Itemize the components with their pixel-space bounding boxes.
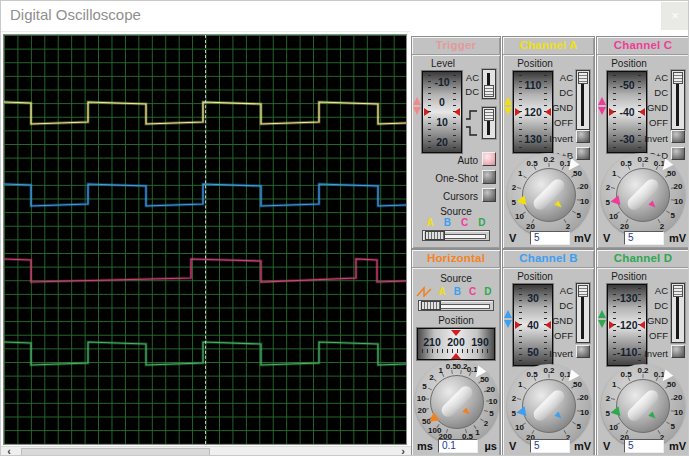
scrollbar-left-arrow-icon[interactable]: ‹ (1, 447, 17, 456)
up-arrow-icon[interactable] (598, 97, 606, 105)
horizontal-source-slider[interactable] (418, 300, 494, 311)
channel-a-scale-value[interactable]: 5 (530, 231, 570, 245)
switch-thumb[interactable] (484, 85, 494, 97)
channel-a-position-slider[interactable]: 110120130 (513, 71, 553, 153)
source-channel-letter: C (467, 286, 479, 297)
up-arrow-icon[interactable] (413, 97, 421, 105)
switch-thumb[interactable] (673, 285, 683, 297)
channel-b-scale-knob[interactable]: 20105210.50.20.150201052 (505, 366, 593, 446)
knob-scale-label: 2 (512, 182, 516, 191)
horizontal-scrollbar[interactable]: ‹ › (1, 446, 411, 456)
channel-a-coupling-switch[interactable] (576, 70, 590, 130)
coupling-option-label: OFF (554, 330, 573, 341)
knob-scale-label: 20 (417, 406, 426, 415)
trigger-level-slider[interactable]: -1001020 (422, 71, 462, 153)
knob-scale-label: 0.5 (527, 370, 538, 379)
trigger-coupling-switch[interactable] (482, 69, 496, 99)
cursor-line[interactable] (205, 35, 206, 444)
channel-d-title: Channel D (597, 250, 689, 268)
window-title: Digital Oscilloscope (10, 6, 141, 23)
knob-tick (549, 163, 550, 167)
cursors-label: Cursors (418, 191, 478, 202)
channel-b-panel: Channel B Position 304050 AC DC GND OFF … (502, 249, 595, 456)
trigger-source-slider[interactable] (422, 230, 490, 241)
trigger-source-label: Source (412, 206, 500, 217)
coupling-option-label: GND (647, 315, 668, 326)
down-arrow-icon[interactable] (504, 107, 512, 115)
knob-scale-label: 10 (580, 197, 589, 206)
scrollbar-thumb[interactable] (21, 448, 210, 456)
channel-b-scale-value[interactable]: 5 (530, 439, 570, 453)
knob-face[interactable] (522, 168, 576, 222)
position-tick-label: 210 (423, 336, 441, 348)
knob-face[interactable] (616, 168, 670, 222)
position-tick-label: 110 (525, 80, 542, 90)
channel-d-invert-button[interactable] (671, 345, 685, 358)
channel-b-position-nudge-arrows[interactable] (503, 308, 513, 330)
position-tick-label: 50 (527, 347, 539, 357)
switch-thumb[interactable] (578, 72, 588, 84)
channel-d-scale-knob[interactable]: 20105210.50.20.150201052 (599, 366, 687, 446)
title-bar: Digital Oscilloscope × (1, 1, 689, 32)
knob-tick (485, 400, 489, 401)
down-arrow-icon[interactable] (504, 320, 512, 328)
knob-scale-label: 1 (518, 380, 522, 389)
channel-b-coupling-switch[interactable] (576, 283, 590, 343)
trigger-level-nudge-arrows[interactable] (412, 95, 422, 117)
position-tick-label: 190 (471, 336, 489, 348)
channel-b-invert-button[interactable] (576, 345, 590, 358)
knob-scale-label: 20 (526, 221, 535, 230)
scrollbar-right-arrow-icon[interactable]: › (395, 447, 411, 456)
channel-d-position-slider[interactable]: -130-120-110 (607, 284, 647, 366)
knob-scale-label: 0.5 (621, 370, 632, 379)
channel-c-invert-button[interactable] (671, 130, 685, 143)
channel-b-position-slider[interactable]: 304050 (513, 284, 553, 366)
cursors-button[interactable] (482, 188, 496, 202)
trigger-slope-switch[interactable] (482, 107, 496, 139)
down-arrow-icon[interactable] (413, 107, 421, 115)
position-tick-label: -120 (616, 320, 637, 330)
millivolts-unit-label: mV (669, 440, 686, 452)
channel-a-invert-button[interactable] (576, 130, 590, 143)
channel-c-scale-value[interactable]: 5 (624, 231, 664, 245)
channel-c-position-nudge-arrows[interactable] (597, 95, 607, 117)
horizontal-position-label: Position (412, 315, 500, 326)
channel-d-position-label: Position (597, 271, 661, 282)
knob-scale-label: 1 (612, 169, 616, 178)
down-arrow-icon[interactable] (598, 320, 606, 328)
trigger-title: Trigger (412, 37, 500, 55)
coupling-option-label: AC (655, 72, 668, 83)
oscilloscope-window: Digital Oscilloscope × ‹ › Trigger Level… (0, 0, 689, 456)
channel-d-coupling-switch[interactable] (671, 283, 685, 343)
slider-thumb[interactable] (425, 231, 445, 240)
volts-unit-label: V (603, 232, 610, 244)
slider-thumb[interactable] (421, 301, 441, 310)
up-arrow-icon[interactable] (504, 310, 512, 318)
down-arrow-icon[interactable] (598, 107, 606, 115)
channel-a-position-nudge-arrows[interactable] (503, 95, 513, 117)
switch-thumb[interactable] (673, 72, 683, 84)
position-tick-label: 120 (524, 107, 542, 117)
knob-face[interactable] (616, 379, 670, 433)
knob-face[interactable] (522, 379, 576, 433)
horizontal-position-slider[interactable]: 210200190 (417, 328, 495, 360)
channel-c-position-slider[interactable]: -50-40-30 (607, 71, 647, 153)
one-shot-button[interactable] (482, 170, 496, 184)
up-arrow-icon[interactable] (598, 310, 606, 318)
close-button[interactable]: × (661, 2, 689, 30)
trigger-dc-label: DC (465, 86, 479, 97)
switch-thumb[interactable] (578, 285, 588, 297)
channel-d-scale-value[interactable]: 5 (624, 439, 664, 453)
control-area: Trigger Level -1001020 AC DC (411, 31, 689, 456)
switch-thumb[interactable] (484, 109, 494, 121)
knob-scale-label: 2 (606, 182, 610, 191)
channel-c-coupling-switch[interactable] (671, 70, 685, 130)
time-base-value[interactable]: 0.1 (438, 439, 478, 453)
channel-a-scale-knob[interactable]: 20105210.50.20.150201052 (505, 155, 593, 235)
channel-c-scale-knob[interactable]: 20105210.50.20.150201052 (599, 155, 687, 235)
channel-d-position-nudge-arrows[interactable] (597, 308, 607, 330)
auto-button[interactable] (482, 152, 496, 166)
up-arrow-icon[interactable] (504, 97, 512, 105)
time-base-knob[interactable]: 2001005020105210.50.20.15020105210.5 (413, 362, 501, 442)
position-tick-label: 40 (527, 320, 539, 330)
